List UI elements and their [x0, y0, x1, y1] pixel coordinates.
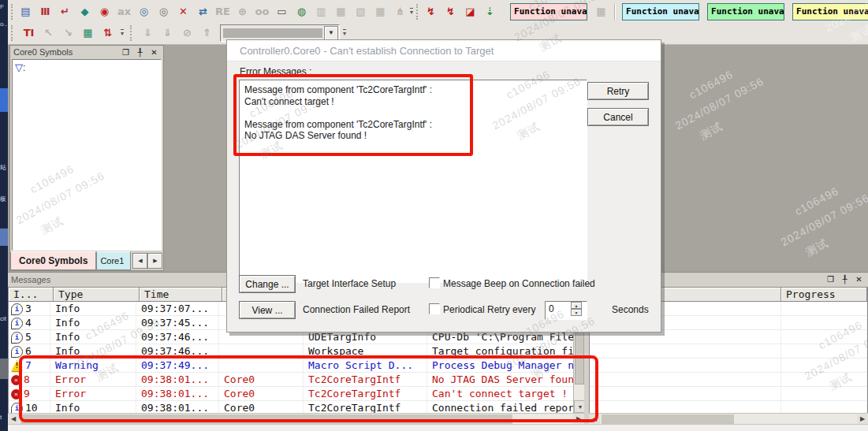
toolbar-grip[interactable]	[130, 25, 135, 41]
periodic-retry-checkbox[interactable]	[429, 303, 440, 314]
header-I...[interactable]: I...	[9, 288, 54, 302]
stop-icon[interactable]: ⊘	[177, 24, 197, 42]
maximize-icon[interactable]: ❐	[120, 47, 132, 58]
function-button-2[interactable]: Function unavail	[622, 3, 699, 20]
disconnect-target-icon[interactable]: ✕	[173, 2, 193, 20]
table-icon[interactable]: ▦	[371, 2, 390, 20]
search-doc-icon[interactable]: ◎	[154, 2, 173, 20]
function-button-4[interactable]: Function unavail	[792, 3, 868, 20]
message-type-cell: Info	[50, 344, 136, 358]
message-severity-cell: i5	[9, 330, 50, 344]
ax-icon[interactable]: ax	[114, 2, 134, 20]
toolbar-grip[interactable]	[11, 25, 16, 41]
change-button[interactable]: Change ...	[239, 275, 296, 293]
re-icon[interactable]: RE	[213, 2, 233, 20]
beep-checkbox[interactable]	[429, 277, 440, 288]
byte-order-icon[interactable]: ⇅	[98, 24, 117, 42]
toolbar-grip[interactable]	[416, 4, 418, 20]
flash-erase-icon[interactable]: ↯	[421, 2, 441, 20]
tab-scroll-left-icon[interactable]: ◀	[132, 253, 147, 269]
message-row[interactable]: !7Warning09:37:49...Macro Script D...Pro…	[9, 359, 585, 373]
message-row[interactable]: i6Info09:37:46...WorkspaceTarget configu…	[9, 344, 585, 359]
watch-icon[interactable]: ⊕	[233, 2, 252, 20]
progress-row[interactable]	[590, 373, 867, 387]
scroll-right-icon[interactable]: ▶	[857, 414, 868, 424]
tab-core0-symbols[interactable]: Core0 Symbols	[10, 251, 96, 270]
close-icon[interactable]: ✕	[853, 274, 865, 284]
sync-window-icon[interactable]: ⇄	[193, 2, 213, 20]
progress-row[interactable]	[590, 401, 867, 414]
flash-verify-icon[interactable]: ◪	[460, 2, 480, 20]
probe-a-icon[interactable]: ↖	[39, 24, 58, 42]
toolbar-overflow-icon[interactable]: ▾	[410, 4, 413, 20]
error-messages-listbox[interactable]: Message from component 'Tc2CoreTargIntf'…	[239, 80, 587, 283]
maximize-icon[interactable]: ❐	[825, 274, 836, 284]
um-chip-icon[interactable]: Ⅲ	[35, 2, 55, 20]
signal-import-icon[interactable]: ⇣	[480, 2, 500, 20]
tab-scroll-right-icon[interactable]: ▶	[147, 253, 162, 269]
memory-card-icon[interactable]: ▦	[78, 24, 98, 42]
pin-icon[interactable]: ╀	[839, 274, 851, 284]
function-button-1[interactable]: Function unavail	[510, 3, 587, 20]
retry-seconds-spinner[interactable]: ▲ ▼	[571, 302, 582, 316]
probe-b-icon[interactable]: ↘	[58, 24, 78, 42]
progress-spacer-cell	[590, 401, 781, 414]
horizontal-scrollbar[interactable]: ◀ ▶	[8, 413, 584, 425]
doc-import-icon[interactable]: ⇓	[158, 24, 177, 42]
dialog-titlebar[interactable]: Controller0.Core0 - Can't establish Conn…	[227, 40, 661, 61]
scroll-left-icon[interactable]: ◀	[589, 414, 600, 424]
laptop-icon[interactable]: ▭	[272, 2, 292, 20]
binoculars-icon[interactable]: oo	[252, 2, 272, 20]
cancel-button[interactable]: Cancel	[587, 108, 649, 126]
message-row[interactable]: ✕9Error09:38:01...Core0Tc2CoreTargIntfCa…	[9, 387, 585, 401]
plugin-icon[interactable]: ◆	[75, 2, 95, 20]
globe-icon[interactable]: ◍	[292, 2, 311, 20]
doc-export-icon[interactable]: ⇓	[138, 24, 158, 42]
desktop-label: cit	[0, 315, 6, 322]
horizontal-scrollbar[interactable]: ◀ ▶	[589, 413, 868, 425]
symbols-tree[interactable]: ▽:	[12, 59, 162, 251]
progress-row[interactable]	[590, 344, 867, 359]
doc-refresh-icon[interactable]: ⇑	[197, 24, 217, 42]
toolbar-overflow-icon[interactable]: ▾	[117, 25, 127, 41]
view-button[interactable]: View ...	[239, 301, 296, 319]
progress-value-cell	[781, 373, 867, 386]
toolbar-grip[interactable]	[11, 4, 13, 20]
ti-doc-icon[interactable]: TI	[19, 24, 39, 42]
header-progress[interactable]: Progress	[781, 288, 867, 302]
progress-row[interactable]	[590, 387, 867, 401]
tab-core1-symbols[interactable]: Core1	[96, 251, 131, 270]
progress-row[interactable]	[590, 359, 867, 373]
tree-icon[interactable]: ⋔	[390, 2, 410, 20]
header-Type[interactable]: Type	[54, 288, 140, 302]
bars-icon[interactable]: ▥	[311, 2, 331, 20]
toolbar-overflow-icon[interactable]: ▾	[340, 25, 349, 41]
spin-down-icon[interactable]: ▼	[571, 309, 582, 316]
filter-icon[interactable]: ▽	[15, 61, 23, 73]
grid-icon[interactable]: ▦	[331, 2, 351, 20]
retry-button[interactable]: Retry	[587, 82, 649, 100]
error-message-line: Message from component 'Tc2CoreTargIntf'…	[244, 84, 582, 96]
debug-device-icon[interactable]: ▤	[16, 2, 35, 20]
flash-program-icon[interactable]: ↯	[441, 2, 460, 20]
panes-icon[interactable]: ▧	[351, 2, 371, 20]
close-icon[interactable]: ✕	[148, 47, 160, 58]
scroll-thumb[interactable]	[602, 414, 734, 424]
scroll-left-icon[interactable]: ◀	[8, 414, 19, 424]
search-window-icon[interactable]: ◎	[134, 2, 154, 20]
scroll-thumb[interactable]	[20, 414, 512, 424]
message-time-cell: 09:37:49...	[136, 359, 219, 372]
scroll-right-icon[interactable]: ▶	[573, 414, 584, 424]
message-row[interactable]: i10Info09:38:01...Core0Tc2CoreTargIntfCo…	[9, 401, 585, 414]
message-type-cell: Info	[50, 401, 136, 414]
pattern-icon[interactable]: ▦	[591, 2, 611, 20]
message-row[interactable]: ✕8Error09:38:01...Core0Tc2CoreTargIntfNo…	[9, 373, 585, 387]
progress-spacer-cell	[590, 373, 781, 386]
pin-icon[interactable]: ╀	[134, 47, 146, 58]
spin-up-icon[interactable]: ▲	[571, 302, 582, 309]
record-icon[interactable]: ◉	[95, 2, 114, 20]
reset-window-icon[interactable]: ↵	[55, 2, 75, 20]
function-button-3[interactable]: Function unavail	[707, 3, 784, 20]
header-Time[interactable]: Time	[140, 288, 222, 302]
chevron-down-icon[interactable]: ▼	[324, 26, 338, 40]
